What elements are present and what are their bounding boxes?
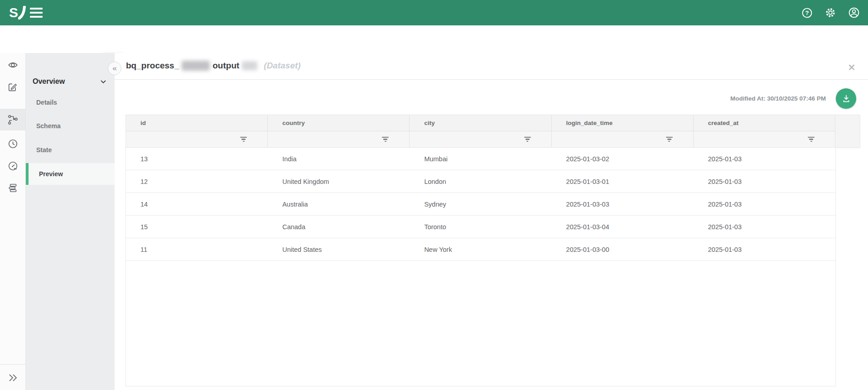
rail-item-view[interactable] bbox=[0, 54, 25, 76]
sidebar-item-label: State bbox=[36, 146, 52, 154]
sidebar-item-details[interactable]: Details bbox=[26, 91, 115, 113]
table-cell: 12 bbox=[126, 170, 268, 193]
sidebar-item-label: Details bbox=[36, 99, 57, 106]
column-header-login_date_time[interactable]: login_date_time bbox=[552, 115, 694, 131]
back-chevrons-icon: « bbox=[112, 64, 116, 73]
column-header-id[interactable]: id bbox=[126, 115, 268, 131]
header-divider bbox=[115, 79, 868, 80]
close-icon: ✕ bbox=[848, 62, 856, 73]
help-icon[interactable]: ? bbox=[801, 7, 813, 19]
filter-cell-login_date_time[interactable] bbox=[552, 131, 694, 147]
table-cell: 2025-01-03-01 bbox=[552, 170, 694, 193]
gauge-icon bbox=[8, 161, 18, 171]
sidebar-item-label: Preview bbox=[39, 170, 63, 178]
toolbar: BQ_Process_ Development Workflow Interac… bbox=[0, 25, 868, 53]
logo-swoosh-icon bbox=[18, 6, 26, 19]
dataset-name-prefix: bq_process_ bbox=[126, 61, 179, 71]
filter-cell-id[interactable] bbox=[126, 131, 268, 147]
table-cell: 2025-01-03-00 bbox=[552, 238, 694, 260]
table-cell: 2025-01-03-02 bbox=[552, 148, 694, 170]
table-cell: India bbox=[268, 148, 410, 170]
table-filter-row bbox=[126, 131, 835, 148]
filter-cell-city[interactable] bbox=[410, 131, 551, 147]
table-cell: 2025-01-03 bbox=[694, 216, 835, 238]
table-cell: New York bbox=[410, 238, 551, 260]
sidebar-item-preview[interactable]: Preview bbox=[26, 163, 115, 185]
dataset-name-tail-redaction bbox=[242, 61, 257, 70]
workflow-icon bbox=[8, 115, 18, 125]
dataset-title: bq_process_ output (Dataset) bbox=[126, 61, 301, 71]
table-cell: 2025-01-03-04 bbox=[552, 216, 694, 238]
filter-icon[interactable] bbox=[524, 137, 531, 142]
table-cell: 2025-01-03 bbox=[694, 193, 835, 215]
table-row[interactable]: 12United KingdomLondon2025-01-03-012025-… bbox=[126, 170, 835, 193]
rail-item-history[interactable] bbox=[0, 133, 25, 154]
brand-logo[interactable]: S bbox=[9, 5, 27, 21]
svg-text:?: ? bbox=[805, 10, 809, 16]
layers-icon bbox=[8, 183, 18, 193]
logo-letter: S bbox=[9, 6, 18, 19]
left-icon-rail bbox=[0, 53, 26, 390]
top-bar: S ? bbox=[0, 0, 868, 25]
column-header-city[interactable]: city bbox=[410, 115, 551, 131]
sidebar-section-label: Overview bbox=[33, 77, 65, 86]
eye-icon bbox=[8, 60, 18, 70]
table-row[interactable]: 13IndiaMumbai2025-01-03-022025-01-03 bbox=[126, 148, 835, 170]
table-cell: 13 bbox=[126, 148, 268, 170]
rail-item-edit[interactable] bbox=[0, 76, 25, 98]
app-window: S ? bbox=[0, 0, 868, 390]
table-header-row: idcountrycitylogin_date_timecreated_at bbox=[126, 115, 835, 131]
rail-expand-button[interactable] bbox=[0, 364, 25, 390]
filter-icon[interactable] bbox=[808, 137, 815, 142]
download-button[interactable] bbox=[836, 88, 856, 109]
download-icon bbox=[841, 94, 851, 104]
table-cell: 11 bbox=[126, 238, 268, 260]
dataset-name-suffix: output bbox=[212, 61, 239, 71]
table-cell: Australia bbox=[268, 193, 410, 215]
table-cell: 2025-01-03-03 bbox=[552, 193, 694, 215]
table-row[interactable]: 11United StatesNew York2025-01-03-002025… bbox=[126, 238, 835, 261]
table-cell: Canada bbox=[268, 216, 410, 238]
table-cell: United States bbox=[268, 238, 410, 260]
table-cell: 2025-01-03 bbox=[694, 148, 835, 170]
table-row[interactable]: 14AustraliaSydney2025-01-03-032025-01-03 bbox=[126, 193, 835, 216]
filter-icon[interactable] bbox=[240, 137, 247, 142]
account-icon[interactable] bbox=[848, 7, 860, 19]
filter-icon[interactable] bbox=[666, 137, 673, 142]
filter-icon[interactable] bbox=[382, 137, 389, 142]
sidebar-section-overview[interactable]: Overview bbox=[33, 77, 108, 86]
column-header-created_at[interactable]: created_at bbox=[694, 115, 835, 131]
dataset-type-label: (Dataset) bbox=[264, 61, 300, 71]
table-cell: 2025-01-03 bbox=[694, 170, 835, 193]
rail-item-monitor[interactable] bbox=[0, 155, 25, 177]
rail-item-workflow[interactable] bbox=[0, 109, 25, 130]
modified-at-text: Modified At: 30/10/2025 07:46 PM bbox=[563, 95, 826, 102]
table-cell: Mumbai bbox=[410, 148, 551, 170]
clock-icon bbox=[8, 139, 18, 149]
edit-icon bbox=[8, 82, 18, 92]
sidebar-item-state[interactable]: State bbox=[26, 139, 115, 161]
sidebar-item-schema[interactable]: Schema bbox=[26, 115, 115, 137]
table-cell: United Kingdom bbox=[268, 170, 410, 193]
table-body: 13IndiaMumbai2025-01-03-022025-01-0312Un… bbox=[126, 148, 835, 261]
table-cell: 14 bbox=[126, 193, 268, 215]
filter-cell-created_at[interactable] bbox=[694, 131, 835, 147]
collapse-sidebar-button[interactable]: « bbox=[108, 62, 121, 75]
table-cell: Toronto bbox=[410, 216, 551, 238]
preview-table: idcountrycitylogin_date_timecreated_at 1… bbox=[125, 115, 836, 386]
settings-gear-icon[interactable] bbox=[825, 7, 836, 19]
table-header-spacer bbox=[835, 115, 860, 148]
rail-item-data[interactable] bbox=[0, 177, 25, 199]
close-panel-button[interactable]: ✕ bbox=[846, 62, 858, 73]
table-cell: London bbox=[410, 170, 551, 193]
chevron-down-icon bbox=[99, 77, 108, 86]
table-row[interactable]: 15CanadaToronto2025-01-03-042025-01-03 bbox=[126, 216, 835, 238]
sidebar-item-label: Schema bbox=[36, 122, 61, 130]
main-panel: « bq_process_ output (Dataset) ✕ Modifie… bbox=[115, 53, 868, 390]
table-cell: Sydney bbox=[410, 193, 551, 215]
filter-cell-country[interactable] bbox=[268, 131, 410, 147]
column-header-country[interactable]: country bbox=[268, 115, 410, 131]
double-chevron-right-icon bbox=[7, 373, 18, 382]
dataset-name-redaction bbox=[182, 61, 210, 71]
hamburger-menu-icon[interactable] bbox=[30, 8, 43, 18]
